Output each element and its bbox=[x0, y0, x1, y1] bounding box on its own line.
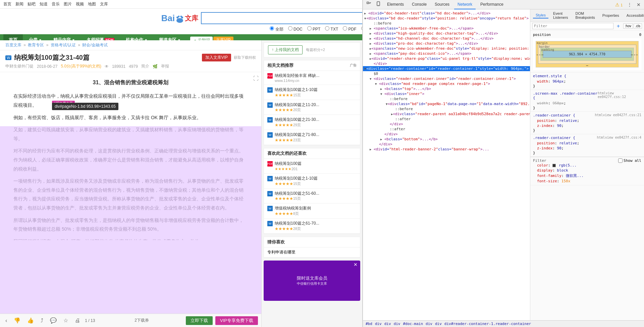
devtools-device-icon[interactable] bbox=[374, 1, 382, 8]
tree-line-27[interactable]: <div id="html-reader-banner-2" class="ba… bbox=[363, 147, 530, 152]
filetype-all[interactable]: 全部 bbox=[270, 26, 283, 32]
toolbar-thumbs-down[interactable]: 👎 bbox=[12, 317, 22, 324]
tree-line-9[interactable]: <div id="reader-share-pop" class="ui-pan… bbox=[363, 56, 530, 61]
liked-doc-0[interactable]: PDF 纳税筹划100篇 ★★★★★201 bbox=[264, 159, 360, 174]
tree-line-3[interactable]: <span class="ico-wkmember-free-doc">...<… bbox=[363, 26, 530, 31]
liked-doc-3[interactable]: W 增值税纳税筹划案例 ★★★★★8页 bbox=[264, 203, 360, 219]
tree-arrow-16[interactable] bbox=[380, 92, 384, 96]
toolbar-prev-page[interactable]: ‹ bbox=[3, 317, 9, 324]
tree-line-18[interactable]: <div class="bd" id="pageNo-1" data-page-… bbox=[363, 101, 530, 106]
filetype-ppt[interactable]: PPT bbox=[307, 26, 321, 32]
tree-line-17[interactable]: ::before bbox=[363, 96, 530, 101]
bc-div-3[interactable]: div bbox=[394, 322, 400, 326]
tree-line-1[interactable]: <div class="bd doc-reader" style="positi… bbox=[363, 16, 530, 21]
tree-line-4[interactable]: <div class="high-quality-doc doc-charact… bbox=[363, 31, 530, 36]
devtools-inspect-icon[interactable] bbox=[365, 1, 373, 8]
devtools-close-icon[interactable]: ✕ bbox=[635, 1, 642, 8]
pseudo-hov-button[interactable]: :hov bbox=[623, 24, 633, 29]
liked-doc-2[interactable]: W 纳税筹划100篇之51-60... ★★★★★15页 bbox=[264, 189, 360, 204]
devtools-menu-icon[interactable]: ⋮ bbox=[626, 1, 633, 8]
styles-tab-event[interactable]: Event Listeners bbox=[550, 11, 571, 20]
tree-line-19[interactable]: ::before bbox=[363, 106, 530, 111]
tree-line-7[interactable]: <span class="new-ico-wkmember-free-doc" … bbox=[363, 46, 530, 51]
bc-div-5[interactable]: div bbox=[435, 322, 442, 326]
doc-report[interactable]: 举报 bbox=[161, 63, 169, 69]
tree-line-5[interactable]: <div class="hd-channel-doc doc-character… bbox=[363, 36, 530, 41]
nav-map[interactable]: 地图 bbox=[88, 1, 96, 7]
tree-line-16[interactable]: <div class="inner"> bbox=[363, 91, 530, 96]
nav-news[interactable]: 新闻 bbox=[15, 1, 23, 7]
download-button[interactable]: 立即下载 bbox=[186, 316, 213, 325]
toolbar-comment[interactable]: 💬 bbox=[48, 317, 59, 324]
styles-tab-dom[interactable]: DOM Breakpoints bbox=[573, 11, 598, 20]
tree-arrow-13[interactable] bbox=[370, 77, 374, 81]
tree-line-13[interactable]: <div class="reader-container-inner" id="… bbox=[363, 76, 530, 81]
tree-line-26[interactable]: </div> bbox=[363, 142, 530, 147]
filetype-pdf[interactable]: PDF bbox=[343, 26, 356, 32]
filetype-doc[interactable]: DOC bbox=[288, 26, 303, 32]
guess-item[interactable]: 专利申请在哪里 bbox=[264, 247, 360, 258]
bc-reader-container[interactable]: div#reader-container-1.reader-container bbox=[444, 322, 531, 326]
bc-div-4[interactable]: div bbox=[426, 322, 432, 326]
tree-line-6[interactable]: <div class="pro-doc doc-character-tag">.… bbox=[363, 41, 530, 46]
tree-arrow-14[interactable] bbox=[375, 82, 379, 86]
expand-button[interactable]: ⛶ bbox=[253, 74, 259, 84]
devtools-alert-icon[interactable]: ⚠ 1 bbox=[614, 1, 624, 8]
tree-line-selected[interactable]: <div class="reader-container" id="reader… bbox=[363, 66, 530, 71]
nav-zhidao[interactable]: 知道 bbox=[40, 1, 48, 7]
tree-arrow-27[interactable] bbox=[370, 147, 374, 151]
tree-line-14[interactable]: <div class="mod reader-page complex read… bbox=[363, 81, 530, 86]
tree-line-12[interactable]: $0 bbox=[363, 71, 530, 76]
tree-line-15[interactable]: <b class="top">...</b> bbox=[363, 86, 530, 91]
tree-line-23[interactable]: ::after bbox=[363, 127, 530, 132]
tree-line-8[interactable]: <span class="pay-doc-discount-ico">...</… bbox=[363, 51, 530, 56]
doc-summary[interactable]: 简介 bbox=[141, 63, 149, 69]
breadcrumb-zige[interactable]: 资格考试/认证 bbox=[51, 43, 76, 47]
toolbar-star[interactable]: ☆ bbox=[61, 317, 70, 324]
vip-join-button[interactable]: 加入文库VIP bbox=[202, 54, 231, 61]
breadcrumb-wenku[interactable]: 百度文库 bbox=[5, 43, 21, 47]
styles-tab-properties[interactable]: Properties bbox=[600, 13, 622, 18]
liked-doc-1[interactable]: W 纳税筹划100篇之1-10篇 ★★★★★15页 bbox=[264, 174, 360, 189]
styles-add-rule-button[interactable]: + bbox=[615, 23, 621, 29]
tree-line-21[interactable]: ::after bbox=[363, 116, 530, 122]
tree-line-2[interactable]: ::before bbox=[363, 21, 530, 26]
ad-close-button[interactable]: ✕ bbox=[354, 262, 358, 267]
nav-music[interactable]: 音乐 bbox=[52, 1, 60, 7]
tree-line-0[interactable]: <div id="doc-header-test" class="hd doc-… bbox=[363, 11, 530, 16]
tree-arrow-15[interactable] bbox=[380, 87, 384, 91]
tree-arrow-8[interactable] bbox=[370, 51, 374, 56]
styles-filter-input[interactable] bbox=[532, 23, 613, 29]
related-doc-1[interactable]: W 纳税筹划100篇之1-10篇 ★★★★★15页 bbox=[264, 85, 360, 100]
nav-image[interactable]: 图片 bbox=[64, 1, 72, 7]
breadcrumb-caihui[interactable]: 财会/金融考试 bbox=[82, 43, 107, 47]
nav-video[interactable]: 视频 bbox=[76, 1, 84, 7]
vip-download-button[interactable]: VIP专享免费下载 bbox=[215, 316, 258, 325]
tree-arrow-4[interactable] bbox=[370, 31, 374, 36]
bc-div-2[interactable]: div bbox=[384, 322, 391, 326]
styles-tab-accessibility[interactable]: Accessibility bbox=[624, 13, 644, 18]
related-doc-4[interactable]: W 纳税筹划100篇之71-80... ★★★★★23页 bbox=[264, 130, 360, 145]
tree-arrow-5[interactable] bbox=[370, 36, 374, 41]
breadcrumb-jiaoyu[interactable]: 教育专区 bbox=[28, 43, 44, 47]
filetype-txt[interactable]: TXT bbox=[325, 26, 338, 32]
nav-wenku[interactable]: 文库 bbox=[100, 1, 108, 7]
bc-div-1[interactable]: div bbox=[375, 322, 382, 326]
devtools-tab-elements[interactable]: Elements bbox=[384, 0, 407, 9]
nav-tieba[interactable]: 贴吧 bbox=[28, 1, 36, 7]
devtools-tab-network[interactable]: Network bbox=[454, 0, 476, 9]
show-all-checkbox[interactable] bbox=[618, 158, 623, 163]
search-input[interactable] bbox=[202, 15, 369, 21]
liked-doc-4[interactable]: W 纳税筹划100篇之61-70... ★★★★★28页 bbox=[264, 219, 360, 234]
devtools-tab-performance[interactable]: Performance bbox=[477, 0, 507, 9]
devtools-tab-console[interactable]: Console bbox=[409, 0, 430, 9]
related-doc-3[interactable]: W 纳税筹划100篇之21-30... ★★★★★29页 bbox=[264, 115, 360, 130]
tree-line-24[interactable]: </div> bbox=[363, 132, 530, 137]
pseudo-cls-button[interactable]: .cls bbox=[634, 24, 642, 29]
tree-line-10[interactable]: </div> bbox=[363, 61, 530, 66]
toolbar-print[interactable]: 🖨 bbox=[73, 317, 82, 324]
tree-line-20[interactable]: <div class="reader-parent aa31a04bcf84b9… bbox=[363, 111, 530, 116]
toolbar-share[interactable]: ⤴ bbox=[39, 317, 45, 324]
styles-tab-styles[interactable]: Styles bbox=[533, 12, 548, 18]
nav-home[interactable]: 首页 bbox=[3, 1, 11, 7]
